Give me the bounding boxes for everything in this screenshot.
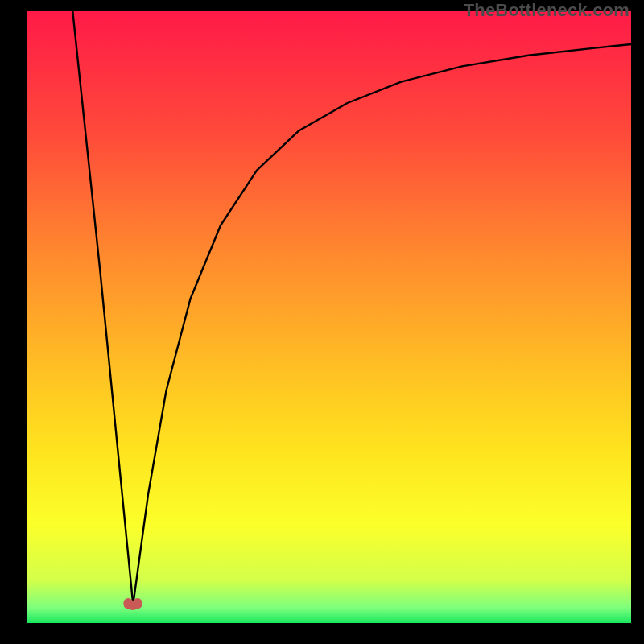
watermark-text: TheBottleneck.com — [464, 0, 630, 21]
bottleneck-curve — [27, 11, 631, 623]
plot-area — [27, 11, 631, 623]
chart-frame: TheBottleneck.com — [0, 0, 644, 644]
optimum-marker — [123, 596, 142, 612]
